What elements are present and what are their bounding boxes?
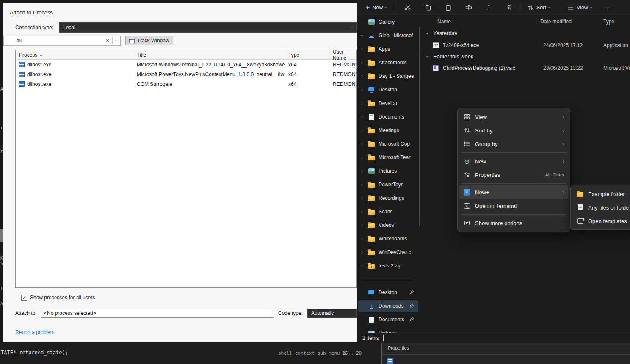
group-header-earlier[interactable]: › Earlier this week	[423, 51, 630, 62]
file-icon	[576, 204, 584, 210]
column-header-type[interactable]: Type	[285, 50, 329, 59]
paste-button[interactable]	[439, 2, 457, 13]
column-header-date[interactable]: Date modified	[540, 17, 572, 26]
sort-button[interactable]: Sort ›	[523, 2, 554, 13]
rename-button[interactable]	[460, 2, 478, 13]
attach-to-field[interactable]: <No process selected>	[41, 309, 274, 318]
folder-icon	[367, 236, 376, 242]
chevron-down-icon[interactable]: ›	[114, 37, 119, 44]
menu-item-label: New	[475, 158, 558, 165]
copy-button[interactable]	[419, 2, 437, 13]
menu-item-label: Any files or folde	[588, 204, 630, 211]
sidebar-item-attachments[interactable]: › Attachments	[357, 56, 420, 69]
submenu-item-any-files[interactable]: Any files or folde	[572, 201, 630, 214]
process-row[interactable]: dllhost.exe COM Surrogate x64 REDMOND	[16, 79, 356, 89]
menu-item-sort-by[interactable]: Sort by ›	[459, 124, 568, 137]
delete-button[interactable]	[500, 2, 518, 13]
menu-item-properties[interactable]: Properties Alt+Enter	[459, 168, 568, 182]
sidebar-item-develop[interactable]: › Develop	[357, 97, 420, 110]
sidebar-item-onedrive[interactable]: › ☁ Gleb - Microsof	[357, 29, 420, 42]
column-header-user[interactable]: User Name	[329, 50, 356, 59]
clear-filter-icon[interactable]: ×	[103, 37, 112, 44]
menu-item-show-more-options[interactable]: Show more options	[459, 216, 568, 230]
chevron-right-icon[interactable]: ›	[357, 154, 367, 160]
share-button[interactable]	[480, 2, 498, 13]
chevron-right-icon[interactable]: ›	[357, 141, 367, 147]
checkbox-checked[interactable]: ✓	[21, 295, 27, 301]
menu-item-view[interactable]: View ›	[459, 110, 568, 124]
sidebar-item-powertoys[interactable]: › PowerToys	[357, 178, 420, 191]
sidebar-pinned-pictures[interactable]: Pictures	[357, 326, 420, 333]
sidebar-item-meetings[interactable]: › Meetings	[357, 124, 420, 137]
chevron-right-icon[interactable]: ›	[357, 222, 367, 228]
chevron-right-icon[interactable]: ›	[357, 168, 367, 174]
more-options-button[interactable]: ···	[602, 2, 616, 13]
sidebar-item-desktop[interactable]: › Desktop	[357, 83, 420, 97]
menu-item-open-in-terminal[interactable]: >_ Open in Terminal	[459, 199, 568, 212]
sidebar-item-tests-zip[interactable]: › tests 2.zip	[357, 259, 420, 273]
process-row[interactable]: dllhost.exe Microsoft.WindowsTerminal_1.…	[16, 60, 356, 69]
column-divider[interactable]	[600, 18, 600, 25]
sidebar-item-documents[interactable]: › Documents	[357, 110, 420, 124]
view-button[interactable]: View ›	[564, 2, 596, 13]
properties-grid-icon[interactable]	[387, 358, 393, 364]
submenu-item-open-templates[interactable]: Open templates	[572, 214, 630, 228]
chevron-right-icon[interactable]: ›	[357, 249, 367, 255]
process-filter-input[interactable]: dll × ›	[3, 36, 121, 46]
track-window-button[interactable]: Track Window	[125, 36, 173, 45]
scrollbar-fragment[interactable]	[0, 229, 3, 242]
chevron-right-icon[interactable]: ›	[357, 263, 367, 269]
chevron-right-icon[interactable]: ›	[357, 87, 367, 93]
chevron-right-icon[interactable]: ›	[357, 60, 367, 66]
chevron-right-icon[interactable]: ›	[357, 236, 367, 242]
menu-item-group-by[interactable]: Group by ›	[459, 137, 568, 151]
sidebar-item-day1[interactable]: › Day 1 - Sangee	[357, 69, 420, 83]
chevron-right-icon[interactable]: ›	[357, 46, 367, 52]
file-row-7z[interactable]: 7z 7z2409-x64.exe 24/06/2025 17:12 Appli…	[423, 40, 630, 51]
sidebar-item-videos[interactable]: › Videos	[357, 218, 420, 232]
sidebar-pinned-documents[interactable]: Documents	[357, 313, 420, 326]
sidebar-item-label: Desktop	[379, 87, 420, 93]
chevron-right-icon[interactable]: ›	[357, 127, 367, 133]
chevron-down-icon[interactable]: ›	[357, 33, 367, 39]
chevron-right-icon[interactable]: ›	[357, 195, 367, 201]
connection-type-select[interactable]: Local ›	[59, 22, 357, 33]
column-header-type[interactable]: Type	[603, 17, 614, 26]
menu-item-new-plus[interactable]: + New+ ›	[459, 185, 568, 199]
sidebar-item-apps[interactable]: › Apps	[357, 42, 420, 56]
chevron-right-icon[interactable]: ›	[357, 100, 367, 106]
track-window-label: Track Window	[137, 38, 169, 44]
sidebar-item-scans[interactable]: › Scans	[357, 205, 420, 218]
sidebar-item-recordings[interactable]: › Recordings	[357, 191, 420, 205]
sidebar-item-whiteboards[interactable]: › Whiteboards	[357, 232, 420, 245]
chevron-down-icon[interactable]: ›	[427, 51, 428, 62]
sidebar-item-gallery[interactable]: Gallery	[357, 15, 420, 29]
downloads-icon: ↓	[367, 303, 376, 309]
sidebar-item-microsoft-copilot[interactable]: › Microsoft Cop	[357, 137, 420, 151]
process-row[interactable]: dllhost.exe Microsoft.PowerToys.NewPlusC…	[16, 69, 356, 79]
file-row-vsix[interactable]: ChildProcessDebugging (1).vsix 23/06/202…	[423, 63, 630, 74]
folder-icon	[367, 100, 376, 106]
chevron-down-icon[interactable]: ›	[427, 28, 428, 39]
chevron-right-icon[interactable]: ›	[357, 182, 367, 188]
chevron-right-icon[interactable]: ›	[357, 209, 367, 215]
chevron-right-icon[interactable]: ›	[357, 114, 367, 120]
column-header-title[interactable]: Title	[133, 50, 285, 59]
new-button[interactable]: + New ›	[362, 2, 391, 13]
code-type-select[interactable]: Automatic	[307, 309, 357, 318]
sidebar-item-windevchat[interactable]: › WinDevChat c	[357, 245, 420, 259]
sidebar-item-pictures[interactable]: › Pictures	[357, 164, 420, 178]
column-header-name[interactable]: Name	[437, 17, 451, 26]
sidebar-pinned-desktop[interactable]: Desktop	[357, 286, 420, 299]
sidebar-item-microsoft-teams[interactable]: › Microsoft Tear	[357, 151, 420, 164]
report-problem-link[interactable]: Report a problem	[15, 329, 55, 335]
chevron-right-icon[interactable]: ›	[357, 73, 367, 79]
column-header-process[interactable]: Process ▲	[16, 50, 133, 59]
menu-item-new[interactable]: ⊕ New ›	[459, 154, 568, 168]
cut-button[interactable]	[399, 2, 417, 13]
sidebar-pinned-downloads[interactable]: ↓ Downloads	[357, 299, 420, 313]
code-fragment: Ar	[0, 87, 3, 91]
group-header-yesterday[interactable]: › Yesterday	[423, 28, 630, 39]
column-divider[interactable]	[538, 18, 538, 25]
submenu-item-example-folder[interactable]: Example folder	[572, 187, 630, 201]
